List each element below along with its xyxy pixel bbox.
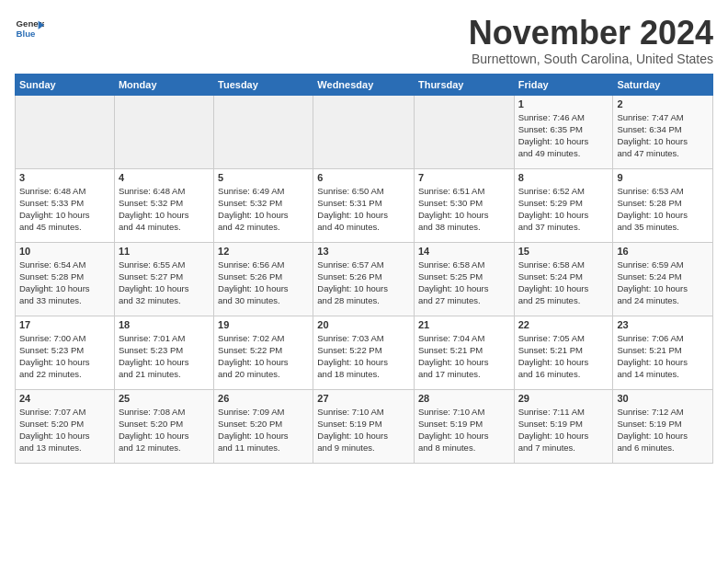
calendar-cell: 21Sunrise: 7:04 AM Sunset: 5:21 PM Dayli… [414,316,514,389]
day-info: Sunrise: 6:48 AM Sunset: 5:32 PM Dayligh… [119,185,210,234]
day-number: 24 [19,393,110,404]
day-info: Sunrise: 7:09 AM Sunset: 5:20 PM Dayligh… [218,406,309,454]
day-number: 11 [119,246,210,257]
day-info: Sunrise: 7:11 AM Sunset: 5:19 PM Dayligh… [518,406,609,454]
calendar-week-row: 1Sunrise: 7:46 AM Sunset: 6:35 PM Daylig… [16,95,713,168]
day-info: Sunrise: 7:04 AM Sunset: 5:21 PM Dayligh… [418,332,510,381]
day-info: Sunrise: 7:05 AM Sunset: 5:21 PM Dayligh… [518,332,609,381]
calendar-cell [414,95,514,168]
day-info: Sunrise: 6:58 AM Sunset: 5:24 PM Dayligh… [518,259,609,307]
day-number: 17 [19,319,110,330]
calendar-cell: 24Sunrise: 7:07 AM Sunset: 5:20 PM Dayli… [16,389,115,463]
day-info: Sunrise: 6:56 AM Sunset: 5:26 PM Dayligh… [218,259,309,307]
calendar-cell: 17Sunrise: 7:00 AM Sunset: 5:23 PM Dayli… [16,316,115,389]
logo-icon: General Blue [15,15,44,44]
calendar-cell: 19Sunrise: 7:02 AM Sunset: 5:22 PM Dayli… [214,316,313,389]
calendar-cell: 29Sunrise: 7:11 AM Sunset: 5:19 PM Dayli… [514,389,613,463]
day-info: Sunrise: 7:03 AM Sunset: 5:22 PM Dayligh… [317,332,410,381]
day-number: 5 [218,172,309,183]
day-number: 15 [518,246,609,257]
day-of-week-header: Monday [114,74,213,95]
day-number: 9 [617,172,709,183]
day-of-week-header: Sunday [16,74,115,95]
day-number: 22 [518,319,609,330]
day-info: Sunrise: 7:06 AM Sunset: 5:21 PM Dayligh… [617,332,709,381]
day-info: Sunrise: 7:46 AM Sunset: 6:35 PM Dayligh… [518,111,609,160]
day-number: 16 [617,246,709,257]
day-of-week-header: Saturday [613,74,713,95]
day-number: 14 [418,246,510,257]
svg-text:Blue: Blue [17,29,36,39]
logo: General Blue [15,15,44,44]
day-number: 1 [518,98,609,109]
day-number: 19 [218,319,309,330]
calendar-header-row: SundayMondayTuesdayWednesdayThursdayFrid… [16,74,713,95]
day-info: Sunrise: 6:59 AM Sunset: 5:24 PM Dayligh… [617,259,709,307]
day-info: Sunrise: 6:55 AM Sunset: 5:27 PM Dayligh… [119,259,210,307]
calendar-cell: 26Sunrise: 7:09 AM Sunset: 5:20 PM Dayli… [214,389,313,463]
calendar-week-row: 3Sunrise: 6:48 AM Sunset: 5:33 PM Daylig… [16,168,713,242]
day-number: 26 [218,393,309,404]
day-info: Sunrise: 7:10 AM Sunset: 5:19 PM Dayligh… [418,406,510,454]
day-info: Sunrise: 7:07 AM Sunset: 5:20 PM Dayligh… [19,406,110,454]
day-number: 7 [418,172,510,183]
day-number: 28 [418,393,510,404]
day-number: 23 [617,319,709,330]
day-info: Sunrise: 6:54 AM Sunset: 5:28 PM Dayligh… [19,259,110,307]
day-info: Sunrise: 7:01 AM Sunset: 5:23 PM Dayligh… [119,332,210,381]
calendar-cell: 30Sunrise: 7:12 AM Sunset: 5:19 PM Dayli… [613,389,713,463]
calendar-cell: 10Sunrise: 6:54 AM Sunset: 5:28 PM Dayli… [16,242,115,316]
day-of-week-header: Tuesday [214,74,313,95]
page-header: General Blue November 2024 Burnettown, S… [15,15,713,66]
calendar-week-row: 10Sunrise: 6:54 AM Sunset: 5:28 PM Dayli… [16,242,713,316]
day-info: Sunrise: 7:12 AM Sunset: 5:19 PM Dayligh… [617,406,709,454]
day-info: Sunrise: 7:00 AM Sunset: 5:23 PM Dayligh… [19,332,110,381]
day-of-week-header: Wednesday [313,74,415,95]
month-title: November 2024 [469,15,713,52]
calendar-cell [214,95,313,168]
calendar-cell: 3Sunrise: 6:48 AM Sunset: 5:33 PM Daylig… [16,168,115,242]
day-number: 12 [218,246,309,257]
calendar-cell: 11Sunrise: 6:55 AM Sunset: 5:27 PM Dayli… [114,242,213,316]
day-info: Sunrise: 7:08 AM Sunset: 5:20 PM Dayligh… [119,406,210,454]
day-info: Sunrise: 6:50 AM Sunset: 5:31 PM Dayligh… [317,185,410,234]
day-number: 6 [317,172,410,183]
day-number: 3 [19,172,110,183]
calendar-week-row: 24Sunrise: 7:07 AM Sunset: 5:20 PM Dayli… [16,389,713,463]
day-number: 30 [617,393,709,404]
day-of-week-header: Friday [514,74,613,95]
calendar-table: SundayMondayTuesdayWednesdayThursdayFrid… [15,74,713,464]
day-info: Sunrise: 7:10 AM Sunset: 5:19 PM Dayligh… [317,406,410,454]
calendar-cell: 6Sunrise: 6:50 AM Sunset: 5:31 PM Daylig… [313,168,415,242]
calendar-cell: 9Sunrise: 6:53 AM Sunset: 5:28 PM Daylig… [613,168,713,242]
calendar-cell: 12Sunrise: 6:56 AM Sunset: 5:26 PM Dayli… [214,242,313,316]
calendar-cell: 4Sunrise: 6:48 AM Sunset: 5:32 PM Daylig… [114,168,213,242]
day-number: 21 [418,319,510,330]
calendar-cell: 28Sunrise: 7:10 AM Sunset: 5:19 PM Dayli… [414,389,514,463]
day-info: Sunrise: 6:53 AM Sunset: 5:28 PM Dayligh… [617,185,709,234]
day-info: Sunrise: 6:58 AM Sunset: 5:25 PM Dayligh… [418,259,510,307]
calendar-cell: 18Sunrise: 7:01 AM Sunset: 5:23 PM Dayli… [114,316,213,389]
calendar-cell: 23Sunrise: 7:06 AM Sunset: 5:21 PM Dayli… [613,316,713,389]
calendar-cell [16,95,115,168]
day-number: 20 [317,319,410,330]
day-info: Sunrise: 6:52 AM Sunset: 5:29 PM Dayligh… [518,185,609,234]
day-number: 10 [19,246,110,257]
day-number: 25 [119,393,210,404]
calendar-cell: 7Sunrise: 6:51 AM Sunset: 5:30 PM Daylig… [414,168,514,242]
day-info: Sunrise: 6:57 AM Sunset: 5:26 PM Dayligh… [317,259,410,307]
day-number: 8 [518,172,609,183]
calendar-cell: 13Sunrise: 6:57 AM Sunset: 5:26 PM Dayli… [313,242,415,316]
calendar-cell: 8Sunrise: 6:52 AM Sunset: 5:29 PM Daylig… [514,168,613,242]
calendar-cell: 27Sunrise: 7:10 AM Sunset: 5:19 PM Dayli… [313,389,415,463]
calendar-cell: 22Sunrise: 7:05 AM Sunset: 5:21 PM Dayli… [514,316,613,389]
calendar-cell [114,95,213,168]
location: Burnettown, South Carolina, United State… [469,52,713,66]
calendar-cell: 25Sunrise: 7:08 AM Sunset: 5:20 PM Dayli… [114,389,213,463]
calendar-week-row: 17Sunrise: 7:00 AM Sunset: 5:23 PM Dayli… [16,316,713,389]
calendar-cell: 14Sunrise: 6:58 AM Sunset: 5:25 PM Dayli… [414,242,514,316]
day-info: Sunrise: 6:51 AM Sunset: 5:30 PM Dayligh… [418,185,510,234]
day-number: 27 [317,393,410,404]
calendar-cell: 2Sunrise: 7:47 AM Sunset: 6:34 PM Daylig… [613,95,713,168]
day-number: 29 [518,393,609,404]
